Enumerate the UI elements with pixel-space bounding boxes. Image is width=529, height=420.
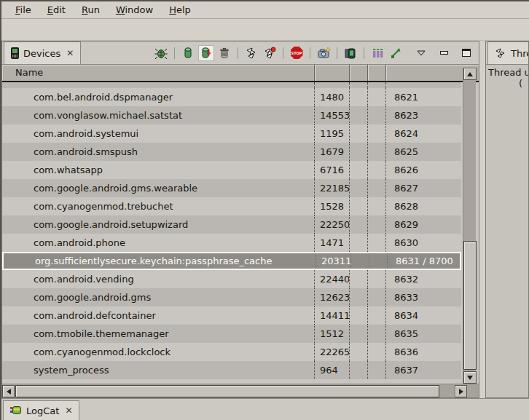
table-row[interactable]: com.vonglasow.michael.satstat145538623	[2, 106, 461, 124]
process-pid: 20311	[316, 253, 350, 269]
table-row[interactable]: com.cyanogenmod.lockclock222658636	[2, 343, 461, 361]
tab-devices[interactable]: Devices ✕	[4, 41, 81, 64]
close-icon[interactable]: ✕	[65, 49, 74, 58]
process-col-c	[349, 88, 367, 106]
menu-window[interactable]: Window	[108, 3, 161, 17]
column-header-name[interactable]: Name	[2, 65, 315, 81]
process-col-d	[367, 197, 385, 215]
process-pid: 22440	[314, 270, 349, 288]
devices-panel: Devices ✕	[1, 41, 479, 398]
process-pid: 12623	[314, 288, 349, 306]
scroll-down-button[interactable]	[463, 371, 477, 384]
process-col-d	[367, 106, 385, 124]
process-port: 8630	[385, 234, 461, 252]
process-col-d	[367, 361, 385, 379]
table-row[interactable]: com.bel.android.dspmanager14808621	[2, 88, 461, 106]
table-row[interactable]: com.google.android.setupwizard222508629	[2, 215, 461, 234]
menu-edit[interactable]: Edit	[39, 3, 74, 17]
process-name: com.android.vending	[2, 270, 314, 288]
process-name: system_process	[2, 361, 314, 379]
horizontal-scrollbar[interactable]	[2, 384, 479, 397]
process-col-d	[367, 325, 385, 343]
tab-logcat-label: LogCat	[26, 405, 59, 416]
process-port: 8624	[385, 124, 461, 143]
maximize-icon[interactable]	[458, 45, 474, 61]
column-header-c2[interactable]	[350, 65, 368, 81]
process-port: 8631 / 8700	[387, 253, 460, 269]
threads-message-line1: Thread up	[488, 67, 528, 78]
menu-run[interactable]: Run	[74, 3, 108, 17]
table-row[interactable]: com.android.vending224408632	[2, 270, 461, 288]
partial-cell	[367, 82, 385, 88]
process-col-c	[349, 270, 367, 288]
threads-message: Thread up (	[486, 65, 528, 398]
table-row[interactable]: com.android.systemui11958624	[2, 124, 461, 143]
devices-toolbar: STOP	[153, 41, 474, 64]
table-row[interactable]: com.cyanogenmod.trebuchet15288628	[2, 197, 461, 215]
table-row[interactable]: com.google.android.gms126238633	[2, 288, 461, 306]
table-row[interactable]: com.whatsapp67168626	[2, 161, 461, 179]
start-opengl-trace-icon[interactable]	[388, 45, 404, 61]
update-threads-icon[interactable]	[243, 45, 259, 61]
process-col-c	[349, 197, 367, 215]
scroll-left-button[interactable]	[2, 385, 15, 397]
partial-cell	[2, 82, 314, 88]
table-row[interactable]: com.tmobile.thememanager15128635	[2, 325, 461, 343]
debug-process-icon[interactable]	[153, 45, 169, 61]
table-row[interactable]: org.sufficientlysecure.keychain:passphra…	[2, 252, 461, 270]
process-port: 8629	[385, 215, 461, 234]
menu-help[interactable]: Help	[161, 3, 199, 17]
close-icon[interactable]: ✕	[63, 406, 72, 415]
toolbar-separator	[337, 47, 337, 59]
start-method-profiling-icon[interactable]	[262, 45, 278, 61]
process-pid: 1195	[314, 124, 349, 143]
process-col-d	[367, 215, 385, 234]
table-row[interactable]: system_process9648637	[2, 361, 461, 379]
screen-record-icon[interactable]	[342, 45, 358, 61]
scroll-right-button[interactable]	[455, 385, 467, 397]
tab-devices-label: Devices	[23, 48, 60, 59]
process-pid: 1512	[314, 325, 349, 343]
vertical-scrollbar-thumb[interactable]	[463, 241, 477, 370]
systrace-icon[interactable]	[369, 45, 385, 61]
column-header-pid[interactable]	[315, 65, 350, 81]
scroll-up-button[interactable]	[463, 68, 477, 80]
process-name: com.bel.android.dspmanager	[2, 88, 314, 106]
table-row[interactable]: com.android.phone14718630	[2, 234, 461, 252]
stop-process-icon[interactable]: STOP	[289, 45, 305, 61]
panel-sash[interactable]	[479, 41, 485, 398]
process-port: 8634	[385, 306, 461, 325]
process-pid: 1471	[314, 234, 349, 252]
horizontal-scrollbar-thumb[interactable]	[15, 385, 439, 397]
tab-threads[interactable]: Threa	[487, 41, 529, 64]
minimize-icon[interactable]	[436, 45, 452, 61]
dump-hprof-icon[interactable]	[198, 45, 214, 61]
threads-tabbar: Threa	[486, 41, 528, 65]
process-col-d	[367, 161, 385, 179]
column-header-c3[interactable]	[368, 65, 386, 81]
logcat-icon	[10, 405, 22, 416]
device-phone-icon	[11, 47, 19, 59]
table-row[interactable]: com.android.defcontainer144118634	[2, 306, 461, 325]
devices-tabbar: Devices ✕	[2, 41, 479, 65]
table-row[interactable]: com.android.smspush16798625	[2, 143, 461, 161]
table-row[interactable]: com.google.android.gms.wearable221858627	[2, 179, 461, 197]
process-pid: 22265	[314, 343, 349, 361]
toolbar-separator	[238, 47, 238, 59]
process-col-c	[349, 161, 367, 179]
screen-capture-icon[interactable]	[316, 45, 332, 61]
update-heap-icon[interactable]	[180, 45, 196, 61]
process-name: com.vonglasow.michael.satstat	[2, 106, 314, 124]
process-col-c	[349, 124, 367, 143]
view-menu-icon[interactable]	[413, 45, 429, 61]
menu-file[interactable]: File	[7, 3, 39, 17]
toolbar-separator	[310, 47, 310, 59]
table-row[interactable]	[2, 82, 461, 88]
cause-gc-icon[interactable]	[216, 45, 232, 61]
process-port: 8623	[385, 106, 461, 124]
threads-icon	[495, 47, 506, 59]
process-pid: 6716	[314, 161, 349, 179]
tab-logcat[interactable]: LogCat ✕	[3, 400, 79, 420]
vertical-scrollbar[interactable]	[463, 68, 476, 384]
process-pid: 1528	[314, 197, 349, 215]
